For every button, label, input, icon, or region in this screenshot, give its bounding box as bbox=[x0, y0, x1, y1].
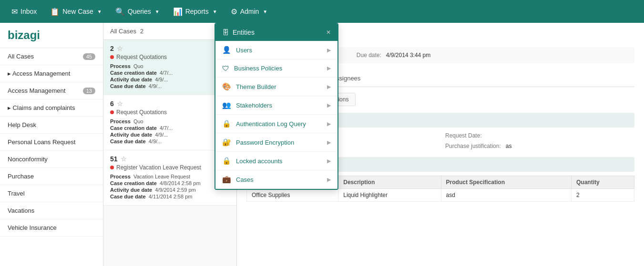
navbar-inbox-label: Inbox bbox=[20, 8, 37, 15]
reports-caret: ▼ bbox=[213, 9, 217, 14]
sidebar-item-personal-loans[interactable]: Personal Loans Request bbox=[0, 134, 103, 151]
sidebar-item-vehicle-insurance[interactable]: Vehicle Insurance bbox=[0, 219, 103, 236]
navbar-new-case[interactable]: 📋 New Case ▼ bbox=[44, 4, 108, 19]
cases-list-title: All Cases bbox=[110, 28, 136, 35]
dropdown-item-business-policies[interactable]: 🛡 Business Policies ▶ bbox=[215, 59, 337, 78]
dropdown-pe-label: Password Encryption bbox=[236, 139, 294, 146]
case-type-6: Request Quotations bbox=[110, 109, 230, 116]
tb-arrow-icon: ▶ bbox=[327, 84, 331, 90]
sidebar-item-travel[interactable]: Travel bbox=[0, 185, 103, 202]
dropdown-bp-label: Business Policies bbox=[234, 65, 282, 72]
dropdown-item-users[interactable]: 👤 Users ▶ bbox=[215, 41, 337, 59]
case-detail-activity-2: Activity due date 4/9/... bbox=[110, 77, 230, 82]
table-row: Office Supplies Liquid Highlighter asd 2 bbox=[247, 189, 634, 202]
sidebar-item-nonconformity[interactable]: Nonconformity bbox=[0, 151, 103, 168]
dropdown-header: 🗄 Entities ✕ bbox=[215, 24, 337, 41]
access-mgmt-2-badge: 13 bbox=[83, 88, 95, 94]
red-dot-51 bbox=[110, 166, 114, 169]
dropdown-item-stakeholders[interactable]: 👥 Stakeholders ▶ bbox=[215, 96, 337, 115]
queries-caret: ▼ bbox=[155, 9, 160, 14]
case-detail-process-6: Process Quo bbox=[110, 118, 230, 124]
dropdown-item-pe-left: 🔐 Password Encryption bbox=[222, 138, 294, 147]
dropdown-la-label: Locked accounts bbox=[236, 158, 283, 165]
sidebar-claims-label: ▸ Claims and complaints bbox=[8, 104, 75, 111]
case-detail-process-51: Process Vacation Leave Request bbox=[110, 174, 230, 179]
sidebar-item-access-mgmt-2[interactable]: Access Management 13 bbox=[0, 82, 103, 99]
dropdown-close-icon[interactable]: ✕ bbox=[326, 29, 331, 36]
meta-due: Due date: 4/9/2014 3:44 pm bbox=[357, 52, 430, 59]
users-icon: 👤 bbox=[222, 46, 231, 54]
navbar-inbox[interactable]: ✉ Inbox bbox=[6, 4, 42, 19]
quantity-cell: 2 bbox=[572, 189, 634, 202]
stakeholders-icon: 👥 bbox=[222, 101, 231, 109]
dropdown-item-cases[interactable]: 💼 Cases ▶ bbox=[215, 170, 337, 189]
dropdown-item-tb-left: 🎨 Theme Builder bbox=[222, 82, 276, 91]
sidebar-travel-label: Travel bbox=[8, 190, 25, 197]
sidebar-item-all-cases[interactable]: All Cases 45 bbox=[0, 48, 103, 65]
col-product-spec: Product Specification bbox=[441, 176, 571, 189]
case-detail-activity-51: Activity due date 4/9/2014 2:59 pm bbox=[110, 187, 230, 193]
admin-caret: ▼ bbox=[263, 9, 267, 14]
info-request-date: Request Date: bbox=[445, 132, 629, 139]
sidebar-item-vacations[interactable]: Vacations bbox=[0, 202, 103, 219]
dropdown-item-theme-builder[interactable]: 🎨 Theme Builder ▶ bbox=[215, 78, 337, 96]
navbar-queries-label: Queries bbox=[128, 8, 151, 15]
case-detail-creation-6: Case creation date 4/7/... bbox=[110, 125, 230, 131]
case-detail-due-2: Case due date 4/9/... bbox=[110, 83, 230, 89]
navbar-new-case-label: New Case bbox=[62, 8, 93, 15]
sidebar-item-help-desk[interactable]: Help Desk bbox=[0, 117, 103, 134]
top-navbar: ✉ Inbox 📋 New Case ▼ 🔍 Queries ▼ 📊 Repor… bbox=[0, 0, 644, 23]
new-case-caret: ▼ bbox=[97, 9, 102, 14]
navbar-admin-label: Admin bbox=[240, 8, 259, 15]
new-case-icon: 📋 bbox=[50, 7, 60, 16]
spec-cell: asd bbox=[441, 189, 571, 202]
case-type-2: Request Quotations bbox=[110, 54, 230, 60]
dropdown-item-password-encryption[interactable]: 🔐 Password Encryption ▶ bbox=[215, 133, 337, 152]
dropdown-item-auth-log[interactable]: 🔒 Authentication Log Query ▶ bbox=[215, 115, 337, 133]
star-icon-51[interactable]: ☆ bbox=[121, 155, 127, 163]
star-icon-6[interactable]: ☆ bbox=[117, 100, 123, 108]
queries-icon: 🔍 bbox=[115, 7, 125, 16]
navbar-reports[interactable]: 📊 Reports ▼ bbox=[167, 4, 223, 19]
sidebar-item-claims[interactable]: ▸ Claims and complaints bbox=[0, 99, 103, 117]
case-type-label-2: Request Quotations bbox=[116, 54, 167, 60]
case-detail-due-6: Case due date 4/9/... bbox=[110, 138, 230, 144]
content-area: All Cases 2 2 ☆ Request Quotations Proce… bbox=[103, 23, 644, 266]
dropdown-item-cases-left: 💼 Cases bbox=[222, 175, 254, 184]
sidebar-personal-loans-label: Personal Loans Request bbox=[8, 138, 75, 146]
dropdown-sh-label: Stakeholders bbox=[236, 102, 272, 109]
dropdown-header-label: Entities bbox=[233, 29, 255, 36]
case-type-label-51: Register Vacation Leave Request bbox=[116, 164, 201, 171]
cases-arrow-icon: ▶ bbox=[327, 177, 331, 183]
purchase-justification-label: Purchase justification: bbox=[445, 143, 501, 149]
case-detail-creation-2: Case creation date 4/7/... bbox=[110, 70, 230, 76]
logo-text: bizagi bbox=[8, 29, 40, 41]
admin-dropdown-menu[interactable]: 🗄 Entities ✕ 👤 Users ▶ 🛡 Business Polici… bbox=[215, 23, 338, 190]
sidebar-vehicle-insurance-label: Vehicle Insurance bbox=[8, 224, 57, 231]
dropdown-item-locked-accounts[interactable]: 🔒 Locked accounts ▶ bbox=[215, 152, 337, 170]
pe-arrow-icon: ▶ bbox=[327, 139, 331, 146]
sidebar-item-purchase[interactable]: Purchase bbox=[0, 168, 103, 185]
due-label: Due date: bbox=[357, 52, 381, 59]
case-detail-activity-6: Activity due date 4/9/... bbox=[110, 132, 230, 138]
users-arrow-icon: ▶ bbox=[327, 47, 331, 53]
admin-icon: ⚙ bbox=[231, 7, 237, 16]
case-number-2: 2 ☆ bbox=[110, 45, 230, 52]
all-cases-badge: 45 bbox=[83, 53, 95, 60]
la-arrow-icon: ▶ bbox=[327, 158, 331, 164]
star-icon-2[interactable]: ☆ bbox=[117, 45, 123, 52]
theme-builder-icon: 🎨 bbox=[222, 82, 231, 91]
sidebar: bizagi All Cases 45 ▸ Access Management … bbox=[0, 23, 103, 266]
sidebar-help-desk-label: Help Desk bbox=[8, 121, 36, 128]
sidebar-item-access-mgmt-1[interactable]: ▸ Access Management bbox=[0, 65, 103, 82]
sidebar-all-cases-label: All Cases bbox=[8, 53, 34, 60]
navbar-admin[interactable]: ⚙ Admin ▼ bbox=[225, 4, 274, 19]
red-dot-2 bbox=[110, 55, 114, 59]
business-policies-icon: 🛡 bbox=[222, 64, 229, 72]
red-dot-6 bbox=[110, 110, 114, 114]
dropdown-item-la-left: 🔒 Locked accounts bbox=[222, 157, 283, 165]
app-logo: bizagi bbox=[0, 23, 103, 48]
navbar-queries[interactable]: 🔍 Queries ▼ bbox=[110, 4, 165, 19]
description-cell: Liquid Highlighter bbox=[338, 189, 441, 202]
navbar-reports-label: Reports bbox=[185, 8, 209, 15]
